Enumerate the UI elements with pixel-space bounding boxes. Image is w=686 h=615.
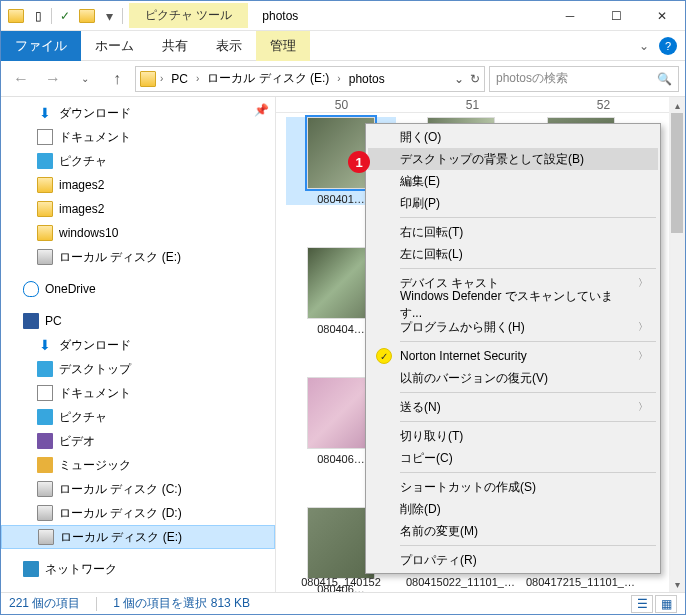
tab-manage[interactable]: 管理 bbox=[256, 31, 310, 61]
view-details-button[interactable]: ☰ bbox=[631, 595, 653, 613]
refresh-icon[interactable]: ↻ bbox=[470, 72, 480, 86]
ctx-properties[interactable]: プロパティ(R) bbox=[368, 549, 658, 571]
contextual-tab-label: ピクチャ ツール bbox=[129, 3, 248, 28]
ribbon-expand-icon[interactable]: ⌄ bbox=[639, 39, 649, 53]
folder-icon bbox=[37, 177, 53, 193]
nav-pc-music[interactable]: ミュージック bbox=[1, 453, 275, 477]
address-bar[interactable]: › PC › ローカル ディスク (E:) › photos ⌄ ↻ bbox=[135, 66, 485, 92]
ctx-edit[interactable]: 編集(E) bbox=[368, 170, 658, 192]
ctx-open-with[interactable]: プログラムから開く(H)〉 bbox=[368, 316, 658, 338]
ctx-copy[interactable]: コピー(C) bbox=[368, 447, 658, 469]
nav-pc-drive-e[interactable]: ローカル ディスク (E:) bbox=[1, 525, 275, 549]
file-thumb[interactable]: 080415022_11101_10 84 bbox=[406, 572, 516, 592]
nav-pc-downloads[interactable]: ⬇ダウンロード bbox=[1, 333, 275, 357]
ctx-norton[interactable]: ✓Norton Internet Security〉 bbox=[368, 345, 658, 367]
folder-icon bbox=[78, 7, 96, 25]
chevron-right-icon[interactable]: › bbox=[335, 73, 342, 84]
ctx-separator bbox=[400, 392, 656, 393]
nav-downloads[interactable]: ⬇ダウンロード bbox=[1, 101, 275, 125]
folder-icon bbox=[37, 201, 53, 217]
ctx-separator bbox=[400, 217, 656, 218]
ctx-defender-scan[interactable]: Windows Defender でスキャンしています... bbox=[368, 294, 658, 316]
tab-view[interactable]: 表示 bbox=[202, 31, 256, 61]
tab-home[interactable]: ホーム bbox=[81, 31, 148, 61]
scroll-down-icon[interactable]: ▾ bbox=[669, 576, 685, 592]
qat-check-icon[interactable]: ✓ bbox=[56, 7, 74, 25]
ribbon-tabs: ファイル ホーム 共有 表示 管理 ⌄ ? bbox=[1, 31, 685, 61]
nav-recent-dropdown[interactable]: ⌄ bbox=[71, 65, 99, 93]
address-seg-folder[interactable]: photos bbox=[345, 72, 389, 86]
minimize-button[interactable]: ─ bbox=[547, 1, 593, 31]
ctx-create-shortcut[interactable]: ショートカットの作成(S) bbox=[368, 476, 658, 498]
picture-icon bbox=[37, 409, 53, 425]
search-icon[interactable]: 🔍 bbox=[657, 72, 672, 86]
qat-divider-2 bbox=[122, 8, 123, 24]
close-button[interactable]: ✕ bbox=[639, 1, 685, 31]
nav-pc-pictures[interactable]: ピクチャ bbox=[1, 405, 275, 429]
window-controls: ─ ☐ ✕ bbox=[547, 1, 685, 31]
chevron-right-icon[interactable]: › bbox=[194, 73, 201, 84]
pc-icon bbox=[23, 313, 39, 329]
file-thumb[interactable]: 080417215_11101_10 28 bbox=[526, 572, 636, 592]
chevron-right-icon[interactable]: › bbox=[158, 73, 165, 84]
nav-pictures[interactable]: ピクチャ bbox=[1, 149, 275, 173]
nav-windows10[interactable]: windows10 bbox=[1, 221, 275, 245]
nav-pc-videos[interactable]: ビデオ bbox=[1, 429, 275, 453]
ctx-print[interactable]: 印刷(P) bbox=[368, 192, 658, 214]
nav-network[interactable]: ネットワーク bbox=[1, 557, 275, 581]
maximize-button[interactable]: ☐ bbox=[593, 1, 639, 31]
search-input[interactable]: photosの検索 🔍 bbox=[489, 66, 679, 92]
tab-share[interactable]: 共有 bbox=[148, 31, 202, 61]
ctx-rename[interactable]: 名前の変更(M) bbox=[368, 520, 658, 542]
navigation-pane[interactable]: 📌 ⬇ダウンロード ドキュメント ピクチャ images2 images2 wi… bbox=[1, 97, 276, 592]
nav-up-button[interactable]: ↑ bbox=[103, 65, 131, 93]
view-thumbs-button[interactable]: ▦ bbox=[655, 595, 677, 613]
nav-pc[interactable]: PC bbox=[1, 309, 275, 333]
scroll-up-icon[interactable]: ▴ bbox=[669, 97, 685, 113]
cloud-icon bbox=[23, 281, 39, 297]
nav-forward-button[interactable]: → bbox=[39, 65, 67, 93]
tab-file[interactable]: ファイル bbox=[1, 31, 81, 61]
vertical-scrollbar[interactable]: ▴ ▾ bbox=[669, 97, 685, 592]
nav-documents[interactable]: ドキュメント bbox=[1, 125, 275, 149]
nav-pc-drive-c[interactable]: ローカル ディスク (C:) bbox=[1, 477, 275, 501]
nav-onedrive[interactable]: OneDrive bbox=[1, 277, 275, 301]
quick-access-toolbar: ▯ ✓ ▾ bbox=[1, 7, 129, 25]
ctx-rotate-left[interactable]: 左に回転(L) bbox=[368, 243, 658, 265]
address-seg-pc[interactable]: PC bbox=[167, 72, 192, 86]
nav-pc-desktop[interactable]: デスクトップ bbox=[1, 357, 275, 381]
ctx-delete[interactable]: 削除(D) bbox=[368, 498, 658, 520]
thumb-label: 080415_140152 bbox=[286, 576, 396, 588]
ctx-send-to[interactable]: 送る(N)〉 bbox=[368, 396, 658, 418]
picture-icon bbox=[37, 153, 53, 169]
submenu-arrow-icon: 〉 bbox=[638, 320, 648, 334]
ctx-prev-versions[interactable]: 以前のバージョンの復元(V) bbox=[368, 367, 658, 389]
ruler-mark: 52 bbox=[597, 98, 610, 112]
ctx-cut[interactable]: 切り取り(T) bbox=[368, 425, 658, 447]
address-dropdown-icon[interactable]: ⌄ bbox=[454, 72, 464, 86]
help-icon[interactable]: ? bbox=[659, 37, 677, 55]
search-placeholder: photosの検索 bbox=[496, 70, 568, 87]
nav-pc-drive-d[interactable]: ローカル ディスク (D:) bbox=[1, 501, 275, 525]
nav-images2-b[interactable]: images2 bbox=[1, 197, 275, 221]
drive-icon bbox=[37, 481, 53, 497]
document-icon bbox=[37, 385, 53, 401]
nav-drive-e-quick[interactable]: ローカル ディスク (E:) bbox=[1, 245, 275, 269]
ctx-set-desktop-bg[interactable]: デスクトップの背景として設定(B) bbox=[368, 148, 658, 170]
ctx-open[interactable]: 開く(O) bbox=[368, 126, 658, 148]
qat-dropdown-icon[interactable]: ▾ bbox=[100, 7, 118, 25]
ctx-separator bbox=[400, 341, 656, 342]
qat-properties-icon[interactable]: ▯ bbox=[29, 7, 47, 25]
address-folder-icon bbox=[140, 71, 156, 87]
qat-divider bbox=[51, 8, 52, 24]
file-thumb[interactable]: 080415_140152 58 bbox=[286, 572, 396, 592]
pin-icon[interactable]: 📌 bbox=[254, 103, 269, 117]
address-seg-drive[interactable]: ローカル ディスク (E:) bbox=[203, 70, 333, 87]
ctx-rotate-right[interactable]: 右に回転(T) bbox=[368, 221, 658, 243]
nav-images2-a[interactable]: images2 bbox=[1, 173, 275, 197]
network-icon bbox=[23, 561, 39, 577]
thumb-label: 080415022_11101_10 bbox=[406, 576, 516, 588]
nav-pc-documents[interactable]: ドキュメント bbox=[1, 381, 275, 405]
scrollbar-thumb[interactable] bbox=[671, 113, 683, 233]
nav-back-button[interactable]: ← bbox=[7, 65, 35, 93]
